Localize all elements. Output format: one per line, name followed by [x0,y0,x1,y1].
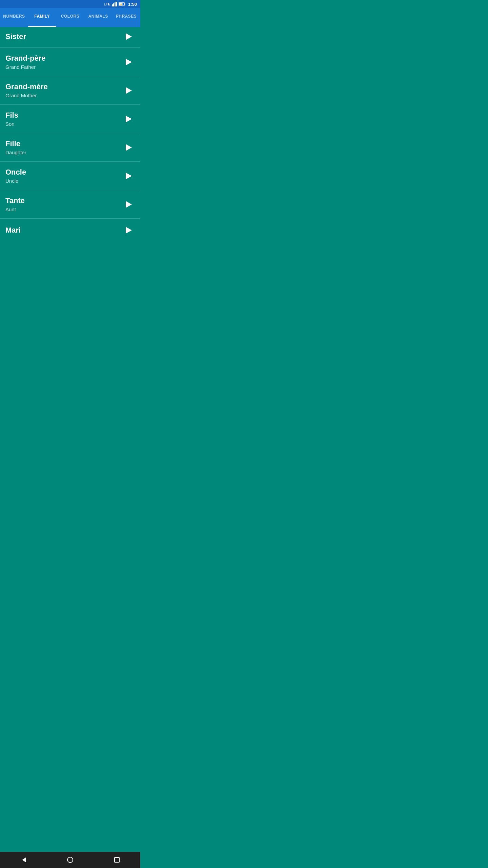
play-icon-fille [126,144,132,151]
tab-colors[interactable]: COLORS [56,8,84,27]
status-bar: LTE ⚡ 1:50 [0,0,140,8]
list-item-grand-pere[interactable]: Grand-père Grand Father [0,48,140,76]
list-item-oncle[interactable]: Oncle Uncle [0,162,140,190]
tab-bar: NUMBERS FAMILY COLORS ANIMALS PHRASES [0,8,140,27]
list-item-mari[interactable]: Mari [0,219,140,242]
list-item-fille[interactable]: Fille Daughter [0,133,140,162]
status-icons: LTE ⚡ 1:50 [104,2,137,7]
french-word-grand-pere: Grand-père [5,54,46,63]
svg-rect-2 [115,2,116,6]
vocabulary-list: Sister Grand-père Grand Father Grand-mèr… [0,27,140,242]
play-icon-tante [126,201,132,208]
play-button-fils[interactable] [123,114,134,124]
play-button-grand-mere[interactable] [123,85,134,96]
play-button-fille[interactable] [123,142,134,153]
english-word-grand-mere: Grand Mother [5,93,48,98]
list-item-fils[interactable]: Fils Son [0,105,140,133]
svg-rect-0 [112,4,113,6]
signal-icon: LTE [104,2,110,6]
play-icon-fils [126,116,132,122]
english-word-fille: Daughter [5,150,26,155]
list-item-tante[interactable]: Tante Aunt [0,190,140,219]
english-word-oncle: Uncle [5,178,26,184]
french-word-fils: Fils [5,111,18,120]
english-word-grand-pere: Grand Father [5,64,46,70]
play-button-oncle[interactable] [123,171,134,181]
signal-bars-icon [112,2,117,6]
play-icon-oncle [126,173,132,179]
tab-animals[interactable]: ANIMALS [84,8,112,27]
play-button-mari[interactable] [123,225,134,236]
svg-text:⚡: ⚡ [120,3,123,6]
tab-family[interactable]: FAMILY [28,8,56,27]
list-item-sister[interactable]: Sister [0,27,140,48]
play-icon-sister [126,33,132,40]
play-icon-grand-pere [126,59,132,65]
english-word-fils: Son [5,121,18,127]
play-button-grand-pere[interactable] [123,57,134,67]
french-word-sister: Sister [5,32,26,41]
svg-rect-5 [124,3,125,5]
play-button-tante[interactable] [123,199,134,210]
english-word-tante: Aunt [5,206,25,212]
svg-rect-1 [113,3,114,6]
french-word-fille: Fille [5,139,26,148]
time-display: 1:50 [128,2,137,7]
play-icon-grand-mere [126,87,132,94]
list-item-grand-mere[interactable]: Grand-mère Grand Mother [0,76,140,105]
battery-icon: ⚡ [119,2,125,6]
play-icon-mari [126,227,132,234]
play-button-sister[interactable] [123,31,134,42]
french-word-tante: Tante [5,196,25,205]
svg-rect-3 [116,2,117,6]
french-word-grand-mere: Grand-mère [5,82,48,91]
french-word-oncle: Oncle [5,168,26,177]
tab-numbers[interactable]: NUMBERS [0,8,28,27]
tab-phrases[interactable]: PHRASES [112,8,140,27]
french-word-mari: Mari [5,226,21,235]
